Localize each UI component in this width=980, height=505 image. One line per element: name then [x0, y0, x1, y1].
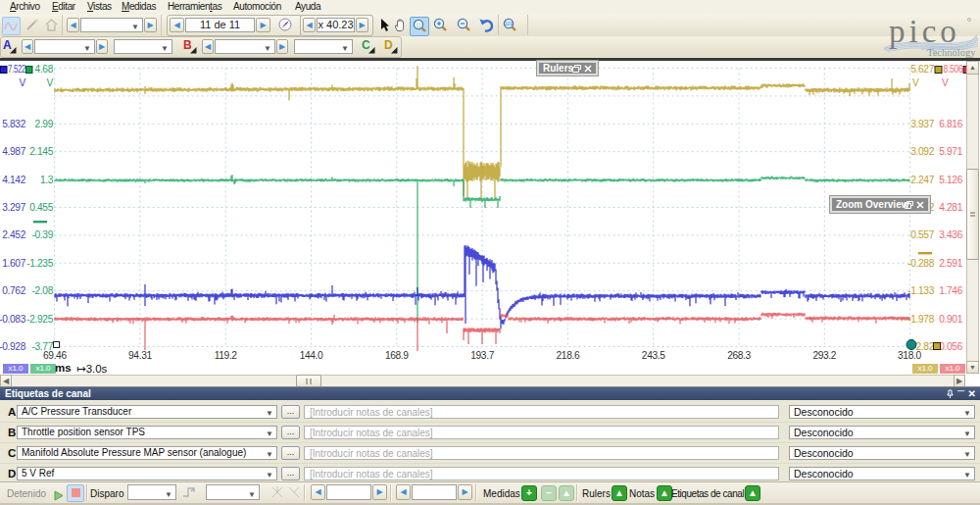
svg-text:3.937: 3.937: [910, 119, 934, 129]
svg-text:2.99: 2.99: [35, 119, 54, 129]
svg-text:5.832: 5.832: [2, 119, 25, 129]
svg-text:2.452: 2.452: [2, 229, 25, 240]
svg-text:4.142: 4.142: [2, 175, 25, 185]
svg-text:2.247: 2.247: [910, 175, 934, 185]
svg-text:-1.133: -1.133: [907, 285, 934, 296]
svg-text:2.145: 2.145: [29, 146, 53, 157]
svg-text:119.2: 119.2: [215, 350, 238, 361]
svg-text:-0.928: -0.928: [0, 341, 26, 352]
svg-text:-2.08: -2.08: [32, 285, 54, 296]
svg-text:168.9: 168.9: [385, 350, 409, 361]
svg-text:6.816: 6.816: [939, 119, 962, 129]
svg-text:-1.978: -1.978: [907, 314, 934, 325]
svg-text:7.522: 7.522: [8, 64, 26, 75]
svg-text:4.987: 4.987: [2, 146, 25, 157]
svg-text:0.901: 0.901: [939, 314, 962, 325]
svg-text:5.627: 5.627: [910, 64, 934, 75]
svg-text:1.607: 1.607: [2, 258, 25, 269]
svg-text:4.68: 4.68: [35, 64, 54, 75]
svg-text:-2.925: -2.925: [26, 314, 53, 325]
svg-text:-1.235: -1.235: [26, 258, 53, 269]
svg-text:8.506: 8.506: [944, 64, 964, 75]
svg-text:1.3: 1.3: [40, 175, 54, 185]
svg-text:5.126: 5.126: [939, 175, 962, 185]
svg-text:218.6: 218.6: [557, 350, 580, 361]
svg-text:V: V: [912, 77, 919, 88]
svg-text:0.455: 0.455: [29, 202, 53, 213]
svg-text:144.0: 144.0: [300, 350, 323, 361]
svg-text:0.557: 0.557: [910, 229, 934, 240]
svg-text:2.591: 2.591: [939, 258, 962, 269]
svg-text:V: V: [942, 77, 949, 88]
svg-text:3.092: 3.092: [910, 146, 934, 157]
svg-text:3.436: 3.436: [939, 229, 962, 240]
svg-text:-0.39: -0.39: [32, 229, 54, 240]
svg-text:V: V: [47, 77, 54, 88]
svg-text:1.746: 1.746: [939, 285, 962, 296]
svg-text:4.281: 4.281: [939, 202, 962, 213]
svg-text:94.31: 94.31: [128, 350, 152, 361]
svg-text:0.762: 0.762: [2, 285, 25, 296]
svg-text:268.3: 268.3: [727, 350, 751, 361]
svg-text:0.056: 0.056: [939, 341, 962, 352]
svg-text:-0.288: -0.288: [907, 258, 934, 269]
svg-text:69.46: 69.46: [43, 350, 67, 361]
svg-text:-0.083: -0.083: [0, 314, 26, 325]
svg-text:193.7: 193.7: [470, 350, 494, 361]
svg-text:293.2: 293.2: [812, 350, 836, 361]
svg-text:243.5: 243.5: [642, 350, 665, 361]
svg-text:5.971: 5.971: [939, 146, 962, 157]
svg-text:318.0: 318.0: [898, 350, 921, 361]
svg-text:V: V: [20, 77, 26, 88]
svg-text:3.297: 3.297: [2, 202, 25, 213]
